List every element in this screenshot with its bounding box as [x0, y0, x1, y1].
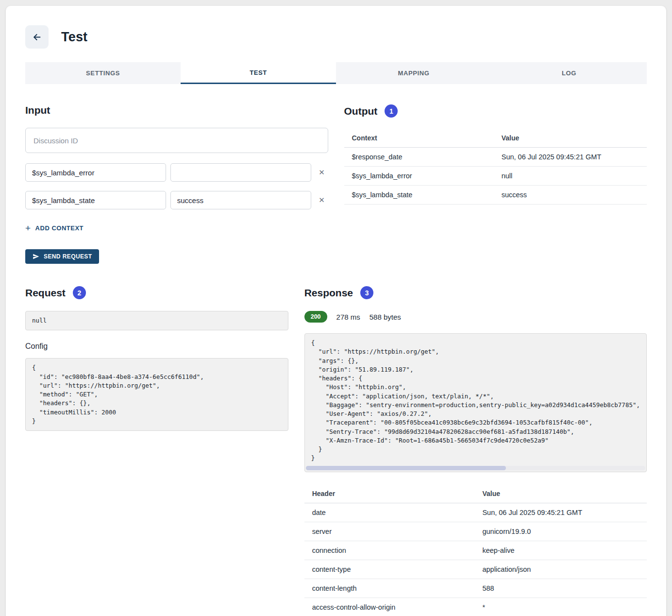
context-cell: $sys_lambda_state [344, 186, 502, 205]
response-heading: Response [304, 287, 353, 299]
add-context-label: ADD CONTEXT [35, 224, 84, 232]
back-button[interactable] [25, 25, 49, 49]
response-status-row: 200 278 ms 588 bytes [304, 311, 647, 323]
input-heading: Input [25, 104, 50, 116]
value-cell: 588 [482, 579, 647, 598]
remove-context-icon[interactable]: ✕ [316, 196, 328, 205]
value-cell: Sun, 06 Jul 2025 09:45:21 GMT [502, 148, 647, 167]
horizontal-scrollbar[interactable] [306, 466, 645, 470]
context-cell: $sys_lambda_error [344, 167, 502, 186]
output-section: Output 1 Context Value $response_date Su… [344, 104, 647, 264]
context-value-input[interactable] [170, 163, 311, 182]
value-cell: gunicorn/19.9.0 [482, 522, 647, 541]
step-badge-1: 1 [385, 104, 398, 118]
value-cell: * [482, 598, 647, 616]
status-code-badge: 200 [304, 311, 327, 323]
row-request-response: Request 2 null Config { "id": "ec980bf8-… [25, 286, 647, 616]
table-row: $sys_lambda_state success [344, 186, 647, 205]
step-badge-3: 3 [360, 286, 373, 299]
config-label: Config [25, 342, 288, 351]
context-row: ✕ [25, 191, 328, 209]
value-cell: success [502, 186, 647, 205]
response-body-code: { "url": "https://httpbin.org/get", "arg… [311, 339, 640, 463]
page-title: Test [61, 30, 87, 45]
context-value-input[interactable] [170, 191, 311, 209]
response-section: Response 3 200 278 ms 588 bytes { "url":… [304, 286, 647, 616]
table-row: connection keep-alive [304, 541, 647, 560]
header-cell: date [304, 503, 483, 522]
tab-mapping[interactable]: MAPPING [336, 62, 491, 84]
value-cell: keep-alive [482, 541, 647, 560]
send-icon [33, 253, 39, 260]
discussion-id-input[interactable] [25, 128, 328, 153]
request-heading: Request [25, 287, 66, 299]
header-cell: access-control-allow-origin [304, 598, 483, 616]
response-size: 588 bytes [370, 313, 401, 321]
header-cell: connection [304, 541, 483, 560]
scrollbar-thumb[interactable] [306, 466, 506, 470]
request-config-code: { "id": "ec980bf8-8aa4-4be8-a374-6e5cc6f… [32, 363, 282, 426]
tab-bar: SETTINGS TEST MAPPING LOG [25, 62, 647, 84]
table-row: $sys_lambda_error null [344, 167, 647, 186]
table-row: date Sun, 06 Jul 2025 09:45:21 GMT [304, 503, 647, 522]
context-row: ✕ [25, 163, 328, 182]
tab-log[interactable]: LOG [491, 62, 647, 84]
tab-test[interactable]: TEST [181, 62, 336, 84]
table-row: content-type application/json [304, 560, 647, 579]
tab-settings[interactable]: SETTINGS [25, 62, 181, 84]
send-request-label: SEND REQUEST [44, 253, 92, 260]
request-section: Request 2 null Config { "id": "ec980bf8-… [25, 286, 288, 616]
context-key-input[interactable] [25, 191, 166, 209]
value-cell: Sun, 06 Jul 2025 09:45:21 GMT [482, 503, 647, 522]
value-cell: null [502, 167, 647, 186]
output-table: Context Value $response_date Sun, 06 Jul… [344, 129, 647, 205]
column-header-value: Value [482, 485, 647, 503]
request-body-code: null [32, 316, 282, 325]
table-row: access-control-allow-origin * [304, 598, 647, 616]
plus-icon: + [25, 223, 31, 233]
row-input-output: Input ✕ ✕ + ADD CONTEXT [25, 104, 647, 264]
context-cell: $response_date [344, 148, 502, 167]
context-key-input[interactable] [25, 163, 166, 182]
header-cell: content-length [304, 579, 483, 598]
column-header-context: Context [344, 129, 502, 148]
remove-context-icon[interactable]: ✕ [316, 168, 328, 177]
column-header-header: Header [304, 485, 483, 503]
output-heading: Output [344, 105, 378, 117]
header-cell: content-type [304, 560, 483, 579]
table-row: server gunicorn/19.9.0 [304, 522, 647, 541]
send-request-button[interactable]: SEND REQUEST [25, 249, 99, 264]
table-row: $response_date Sun, 06 Jul 2025 09:45:21… [344, 148, 647, 167]
table-row: content-length 588 [304, 579, 647, 598]
column-header-value: Value [502, 129, 647, 148]
request-body-box: null [25, 311, 288, 330]
arrow-left-icon [32, 32, 43, 43]
response-headers-table: Header Value date Sun, 06 Jul 2025 09:45… [304, 485, 647, 616]
header-cell: server [304, 522, 483, 541]
request-config-box: { "id": "ec980bf8-8aa4-4be8-a374-6e5cc6f… [25, 358, 288, 431]
step-badge-2: 2 [73, 286, 86, 299]
response-duration: 278 ms [336, 313, 360, 321]
titlebar: Test [25, 25, 647, 49]
input-section: Input ✕ ✕ + ADD CONTEXT [25, 104, 328, 264]
main-card: Test SETTINGS TEST MAPPING LOG Input ✕ ✕ [6, 6, 666, 616]
add-context-button[interactable]: + ADD CONTEXT [25, 223, 84, 233]
value-cell: application/json [482, 560, 647, 579]
response-body-box: { "url": "https://httpbin.org/get", "arg… [304, 333, 647, 472]
